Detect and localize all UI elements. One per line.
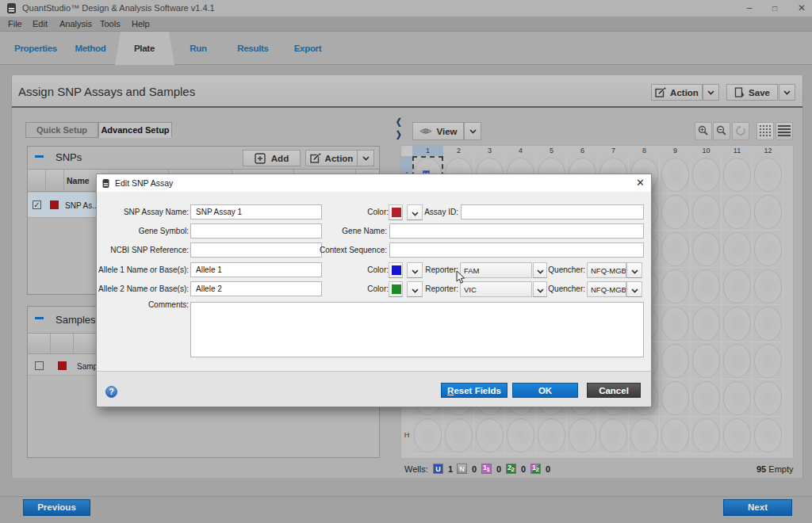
svg-text:?: ? <box>109 387 113 396</box>
